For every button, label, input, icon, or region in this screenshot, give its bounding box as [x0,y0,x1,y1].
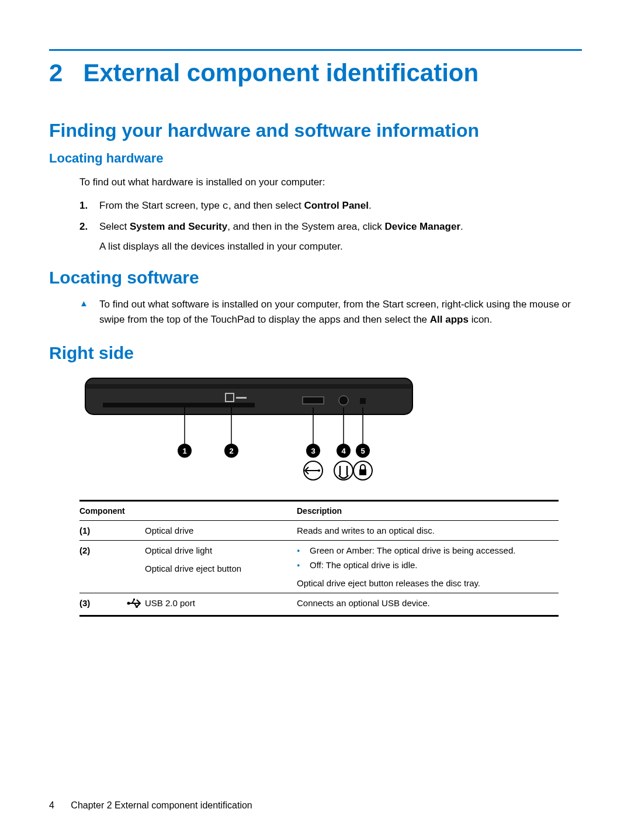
page-number: 4 [49,800,54,810]
subsection-locating-hardware: Locating hardware [49,151,582,166]
callout-1: 1 [178,444,192,458]
page-footer: 4 Chapter 2 External component identific… [49,800,252,811]
callout-2: 2 [224,444,238,458]
th-description: Description [297,501,559,521]
svg-text:5: 5 [360,447,365,455]
section-finding-info: Finding your hardware and software infor… [49,120,582,141]
step-1: 1. From the Start screen, type c, and th… [79,198,582,214]
locating-hardware-steps: 1. From the Start screen, type c, and th… [79,198,582,254]
chapter-number: 2 [49,59,63,87]
svg-rect-4 [236,397,247,399]
table-row: (3) USB 2.0 port Connects an optional US… [79,593,559,616]
svg-text:1: 1 [182,447,186,455]
usb-icon [126,593,145,616]
lock-symbol-icon [353,461,372,480]
chapter-title: External component identification [83,59,479,87]
chapter-rule [49,49,582,51]
svg-rect-0 [85,378,412,414]
svg-point-6 [339,396,348,405]
table-row: (1) Optical drive Reads and writes to an… [79,521,559,541]
svg-point-26 [334,461,353,480]
right-side-illustration: 1 2 3 4 5 [79,372,582,489]
step-2: 2. Select System and Security, and then … [79,219,582,254]
chapter-heading: 2 External component identification [49,59,582,87]
svg-text:2: 2 [229,447,233,455]
svg-rect-34 [133,599,135,600]
locating-software-note: ▲ To find out what software is installed… [79,297,582,327]
section-locating-software: Locating software [49,268,582,288]
th-component: Component [79,501,297,521]
svg-rect-5 [303,397,324,404]
laptop-right-side-svg: 1 2 3 4 5 [79,372,430,489]
svg-point-36 [136,606,138,608]
svg-rect-7 [360,398,366,404]
svg-rect-2 [103,403,255,407]
svg-rect-30 [359,469,366,475]
callout-3: 3 [306,444,320,458]
svg-point-25 [318,469,320,472]
section-right-side: Right side [49,343,582,363]
callout-4: 4 [337,444,351,458]
right-side-component-table: Component Description (1) Optical drive … [79,500,559,617]
locating-hardware-intro: To find out what hardware is installed o… [79,175,582,190]
triangle-bullet-icon: ▲ [79,297,99,327]
footer-text: Chapter 2 External component identificat… [71,800,252,810]
usb-symbol-icon [304,461,323,480]
power-symbol-icon [334,461,353,480]
svg-text:4: 4 [341,447,346,455]
callout-5: 5 [356,444,370,458]
svg-text:3: 3 [311,447,315,455]
svg-rect-1 [86,384,411,389]
table-row: (2) Optical drive light Optical drive ej… [79,541,559,593]
